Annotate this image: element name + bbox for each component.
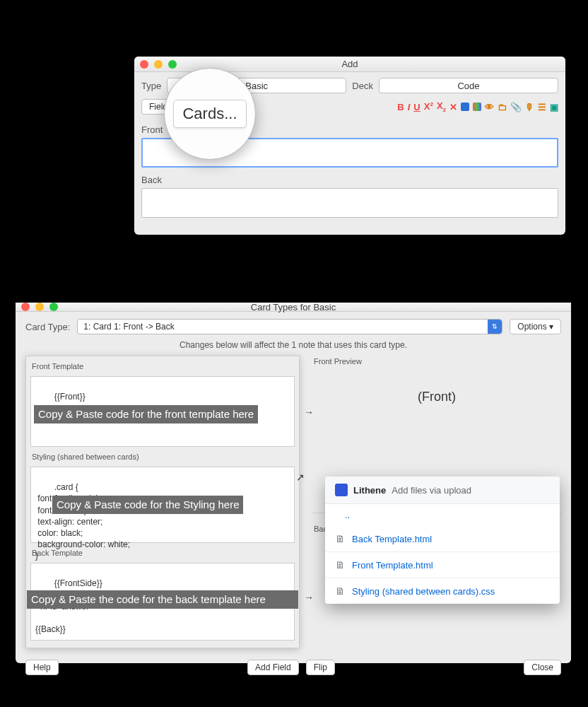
file-icon: 🗎 — [335, 559, 345, 571]
underline-icon[interactable]: U — [413, 103, 420, 112]
arrow-icon: → — [304, 592, 314, 603]
editor-panes: Front Template {{Front}} Copy & Paste co… — [16, 356, 571, 654]
attach-icon[interactable]: 🗀 — [498, 103, 507, 112]
front-template-code: {{Front}} — [54, 392, 86, 402]
file-row[interactable]: 🗎 Front Template.html — [325, 552, 560, 578]
close-button[interactable]: Close — [524, 660, 561, 675]
card-types-window: Card Types for Basic Card Type: 1: Card … — [16, 303, 571, 663]
bottom-bar: Help Add Field Flip Close — [16, 654, 571, 684]
back-template-editor[interactable]: {{FrontSide}} <hr id=answer> {{Back}} Co… — [30, 563, 295, 641]
styling-editor[interactable]: .card { font-family: arial; font-size: 2… — [30, 467, 295, 543]
template-column: Front Template {{Front}} Copy & Paste co… — [25, 356, 300, 648]
styling-code: .card { font-family: arial; font-size: 2… — [35, 482, 130, 561]
file-name: Back Template.html — [352, 534, 432, 544]
arrow-icon: ↗ — [296, 472, 305, 483]
file-name: Front Template.html — [352, 560, 433, 571]
commit-header: Lithene Add files via upload — [325, 477, 560, 504]
back-field[interactable] — [141, 188, 558, 218]
cloze-icon[interactable]: 👁 — [485, 103, 494, 112]
italic-icon[interactable]: I — [408, 103, 411, 112]
arrow-icon: → — [304, 407, 314, 418]
add-field-button[interactable]: Add Field — [247, 660, 299, 675]
options-button[interactable]: Options ▾ — [510, 319, 561, 334]
type-label: Type — [141, 81, 161, 91]
file-row[interactable]: 🗎 Styling (shared between cards).css — [325, 578, 560, 604]
pin-icon[interactable]: 📎 — [510, 103, 522, 112]
cardtype-label: Card Type: — [25, 322, 70, 332]
superscript-icon[interactable]: X2 — [424, 102, 433, 111]
front-template-hint: Copy & Paste code for the front template… — [34, 405, 258, 423]
front-preview-text: (Front) — [312, 371, 561, 404]
chevron-updown-icon: ⇅ — [488, 320, 502, 334]
deck-label: Deck — [352, 81, 373, 91]
clear-format-icon[interactable]: ✕ — [449, 103, 457, 112]
magnifier-callout: Cards... — [164, 68, 256, 160]
html-icon[interactable]: ▣ — [550, 103, 558, 112]
record-icon[interactable]: 🎙 — [525, 103, 534, 112]
format-toolbar: B I U X2 X2 ✕ 👁 🗀 📎 🎙 ☰ ▣ — [397, 101, 558, 113]
magnified-cards-button: Cards... — [173, 100, 246, 128]
color-picker-icon[interactable] — [473, 103, 481, 111]
notice-text: Changes below will affect the 1 note tha… — [16, 339, 571, 356]
styling-hint: Copy & Paste code for the Styling here — [52, 496, 243, 514]
titlebar: Card Types for Basic — [16, 303, 571, 312]
deck-value: Code — [457, 81, 479, 91]
file-name: Styling (shared between cards).css — [352, 586, 495, 597]
front-template-editor[interactable]: {{Front}} Copy & Paste code for the fron… — [30, 376, 295, 447]
styling-label: Styling (shared between cards) — [30, 451, 295, 462]
front-preview-label: Front Preview — [312, 356, 561, 367]
cardtype-select[interactable]: 1: Card 1: Front -> Back ⇅ — [77, 319, 502, 334]
help-button[interactable]: Help — [25, 660, 59, 675]
flip-button[interactable]: Flip — [306, 660, 335, 675]
window-title: Add — [134, 59, 565, 69]
file-row[interactable]: 🗎 Back Template.html — [325, 526, 560, 552]
bold-icon[interactable]: B — [397, 103, 404, 112]
commit-author: Lithene — [353, 485, 386, 496]
back-label: Back — [134, 168, 565, 185]
front-template-label: Front Template — [30, 361, 295, 372]
cardtype-value: 1: Card 1: Front -> Back — [83, 322, 174, 332]
text-color-icon[interactable] — [461, 103, 469, 111]
deck-select[interactable]: Code — [379, 78, 558, 93]
avatar — [335, 484, 348, 496]
latex-icon[interactable]: ☰ — [538, 103, 546, 112]
cardtype-row: Card Type: 1: Card 1: Front -> Back ⇅ Op… — [16, 312, 571, 339]
subscript-icon[interactable]: X2 — [437, 101, 446, 113]
file-list-panel: Lithene Add files via upload .. 🗎 Back T… — [325, 477, 560, 604]
commit-message: Add files via upload — [392, 485, 471, 496]
file-icon: 🗎 — [335, 585, 345, 597]
back-template-hint: Copy & Paste the code for the back templ… — [27, 590, 298, 609]
window-title: Card Types for Basic — [16, 302, 571, 312]
parent-dir-link[interactable]: .. — [325, 504, 560, 526]
file-icon: 🗎 — [335, 533, 345, 544]
